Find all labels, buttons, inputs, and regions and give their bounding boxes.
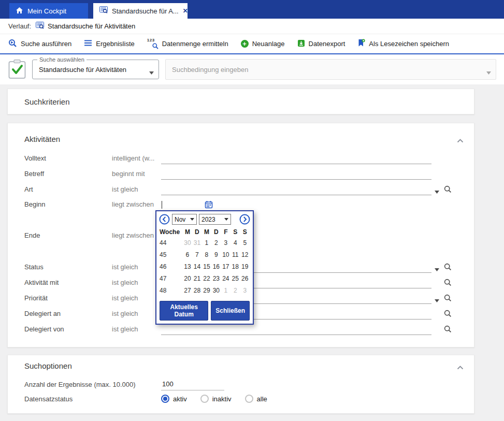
next-month-icon[interactable]: [239, 214, 250, 225]
day-cell[interactable]: 14: [192, 263, 201, 270]
day-cell[interactable]: 24: [221, 275, 231, 282]
day-cell[interactable]: 27: [183, 287, 192, 294]
field-row-art: Art ist gleich: [8, 181, 474, 197]
close-icon[interactable]: ✕: [183, 7, 188, 14]
lookup-search-icon[interactable]: [444, 263, 452, 272]
lookup-search-icon[interactable]: [444, 279, 452, 288]
chevron-down-icon[interactable]: [149, 68, 154, 76]
search-doc-icon: [99, 6, 108, 16]
day-cell[interactable]: 28: [192, 287, 201, 294]
day-cell[interactable]: 23: [211, 275, 221, 282]
day-cell[interactable]: 3: [221, 239, 231, 246]
count-records-button[interactable]: 123 Datenmenge ermitteln: [147, 39, 228, 49]
field-condition[interactable]: ist gleich: [112, 279, 161, 286]
results-count-input[interactable]: 100: [161, 379, 224, 390]
day-cell[interactable]: 20: [183, 275, 192, 282]
field-condition[interactable]: ist gleich: [112, 294, 161, 302]
field-condition[interactable]: beginnt mit: [112, 170, 161, 178]
month-select[interactable]: Nov: [172, 214, 197, 225]
radio-button-icon[interactable]: [200, 395, 209, 403]
new-record-button[interactable]: + Neuanlage: [241, 40, 285, 48]
prev-month-icon[interactable]: [159, 214, 170, 225]
lookup-search-icon[interactable]: [444, 185, 452, 195]
day-cell[interactable]: 18: [231, 263, 240, 270]
condition-input[interactable]: Suchbedingung eingeben: [165, 59, 496, 80]
day-cell[interactable]: 9: [211, 251, 221, 258]
day-cell[interactable]: 21: [192, 275, 201, 282]
field-condition[interactable]: liegt zwischen: [112, 197, 161, 212]
volltext-input[interactable]: [161, 152, 431, 164]
calendar-icon[interactable]: [205, 200, 213, 209]
radio-aktiv[interactable]: aktiv: [161, 395, 187, 403]
year-select[interactable]: 2023: [199, 214, 231, 225]
day-cell[interactable]: 10: [221, 251, 231, 258]
beginn-from-input[interactable]: [161, 199, 198, 211]
data-export-button[interactable]: Datenexport: [297, 39, 345, 49]
plus-icon: +: [241, 40, 249, 48]
day-cell[interactable]: 31: [192, 239, 201, 246]
close-calendar-button[interactable]: Schließen: [211, 301, 250, 321]
month-value: Nov: [175, 216, 185, 223]
history-item[interactable]: Standardsuche für Aktivitäten: [36, 22, 135, 31]
lookup-search-icon[interactable]: [444, 310, 452, 319]
dropdown-caret-icon[interactable]: [435, 265, 439, 273]
tab-standardsuche[interactable]: Standardsuche für A... ✕: [93, 3, 188, 19]
day-cell[interactable]: 1: [202, 239, 211, 246]
day-cell[interactable]: 2: [211, 239, 221, 246]
lookup-search-icon[interactable]: [444, 294, 452, 303]
day-cell[interactable]: 17: [221, 263, 231, 270]
result-list-button[interactable]: Ergebnisliste: [84, 39, 134, 48]
field-condition[interactable]: liegt zwischen: [112, 228, 161, 243]
field-condition[interactable]: intelligent (w...: [112, 154, 161, 162]
field-condition[interactable]: ist gleich: [112, 310, 161, 317]
day-cell[interactable]: 5: [240, 239, 250, 246]
radio-alle[interactable]: alle: [245, 395, 267, 403]
week-number: 47: [160, 275, 183, 282]
day-cell[interactable]: 30: [211, 287, 221, 294]
collapse-chevron-up-icon[interactable]: [457, 364, 464, 371]
day-cell[interactable]: 30: [183, 239, 192, 246]
radio-inaktiv[interactable]: inaktiv: [200, 395, 232, 403]
tab-mein-cockpit[interactable]: Mein Cockpit: [9, 3, 88, 19]
day-cell[interactable]: 7: [192, 251, 201, 258]
field-condition[interactable]: ist gleich: [112, 263, 161, 271]
day-cell[interactable]: 12: [240, 251, 250, 258]
field-condition[interactable]: ist gleich: [112, 185, 161, 193]
day-cell[interactable]: 15: [202, 263, 211, 270]
day-cell[interactable]: 6: [183, 251, 192, 258]
day-cell[interactable]: 19: [240, 263, 250, 270]
field-condition[interactable]: ist gleich: [112, 325, 161, 333]
collapse-chevron-up-icon[interactable]: [457, 137, 464, 144]
dropdown-caret-icon[interactable]: [435, 296, 439, 304]
day-cell[interactable]: 8: [202, 251, 211, 258]
lookup-search-icon[interactable]: [444, 325, 452, 335]
search-select[interactable]: Suche auswählen Standardsuche für Aktivi…: [32, 60, 159, 79]
day-cell[interactable]: 26: [240, 275, 250, 282]
date-picker-footer: Aktuelles Datum Schließen: [156, 298, 253, 324]
betreff-input[interactable]: [161, 168, 431, 180]
dropdown-caret-icon[interactable]: [435, 187, 439, 195]
day-cell[interactable]: 25: [231, 275, 240, 282]
count-icon: 123: [147, 39, 159, 49]
options-title: Suchoptionen: [24, 361, 474, 371]
day-cell[interactable]: 4: [231, 239, 240, 246]
save-bookmark-button[interactable]: Als Lesezeichen speichern: [357, 39, 449, 49]
radio-button-icon[interactable]: [161, 395, 169, 403]
run-search-button[interactable]: Suche ausführen: [8, 39, 71, 49]
day-header: D: [192, 228, 201, 236]
radio-button-icon[interactable]: [245, 395, 253, 403]
history-label: Verlauf:: [8, 22, 31, 30]
radio-label: inaktiv: [212, 395, 232, 403]
day-cell[interactable]: 1: [221, 287, 231, 294]
day-cell[interactable]: 13: [183, 263, 192, 270]
art-input[interactable]: [161, 183, 431, 195]
day-cell[interactable]: 3: [240, 287, 250, 294]
day-cell[interactable]: 11: [231, 251, 240, 258]
day-cell[interactable]: 16: [211, 263, 221, 270]
day-cell[interactable]: 2: [231, 287, 240, 294]
save-bookmark-label: Als Lesezeichen speichern: [369, 40, 449, 48]
day-cell[interactable]: 29: [202, 287, 211, 294]
today-button[interactable]: Aktuelles Datum: [160, 301, 208, 321]
chevron-down-icon[interactable]: [486, 68, 491, 76]
day-cell[interactable]: 22: [202, 275, 211, 282]
